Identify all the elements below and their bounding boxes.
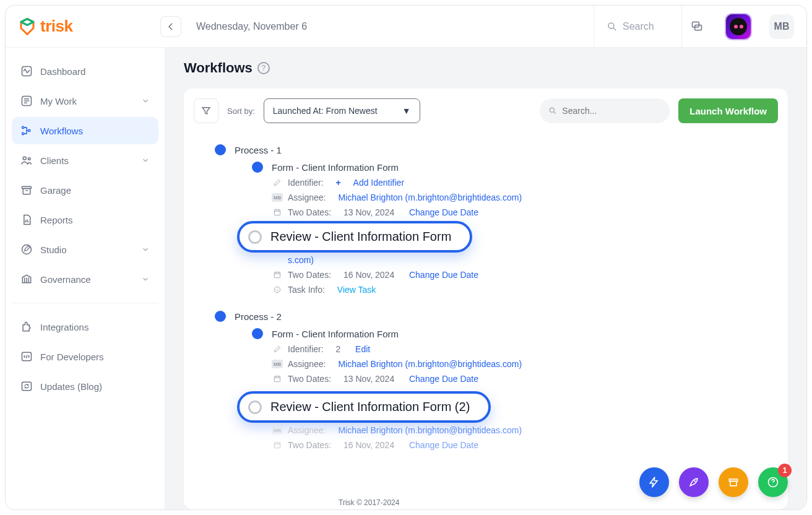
global-search-label: Search xyxy=(623,21,654,32)
brand-icon xyxy=(18,17,37,36)
chat-icon xyxy=(691,20,703,33)
review-title: Review - Client Information Form xyxy=(270,230,451,244)
brand-logo[interactable]: trisk xyxy=(18,17,142,36)
assignee-avatar: MB xyxy=(272,193,283,202)
dates-label: Two Dates: xyxy=(288,207,331,217)
list-search-input[interactable] xyxy=(562,106,661,116)
status-dot-pending xyxy=(248,400,262,414)
filter-button[interactable] xyxy=(194,98,218,123)
sidebar-item-label: Clients xyxy=(40,155,69,166)
sidebar-item-studio[interactable]: Studio xyxy=(12,236,158,263)
form-node[interactable]: Form - Client Information Form xyxy=(252,162,775,173)
pencil-icon xyxy=(20,243,33,256)
process-header[interactable]: Process - 1 xyxy=(215,144,775,155)
add-identifier-link[interactable]: Add Identifier xyxy=(353,178,405,188)
user-avatar[interactable]: MB xyxy=(769,14,794,39)
fab-help[interactable]: 1 xyxy=(758,467,788,497)
form-title: Form - Client Information Form xyxy=(272,162,399,173)
back-button[interactable] xyxy=(160,16,181,37)
sidebar-separator xyxy=(12,303,158,303)
sidebar-item-clients[interactable]: Clients xyxy=(12,147,158,174)
change-due-link[interactable]: Change Due Date xyxy=(409,207,478,217)
status-dot-active xyxy=(215,311,226,322)
identifier-label: Identifier: xyxy=(288,178,324,188)
fab-launch[interactable] xyxy=(679,467,709,497)
ai-assistant-button[interactable] xyxy=(726,14,751,39)
assignee-partial: s.com) xyxy=(288,255,314,265)
status-dot-active xyxy=(215,144,226,155)
sidebar-item-dashboard[interactable]: Dashboard xyxy=(12,58,158,85)
svg-point-6 xyxy=(22,132,24,134)
list-icon xyxy=(20,95,33,107)
messages-button[interactable] xyxy=(681,6,711,47)
launch-workflow-button[interactable]: Launch Workflow xyxy=(678,98,778,123)
help-button[interactable]: ? xyxy=(257,62,270,74)
notification-badge: 1 xyxy=(778,464,792,477)
dates-label: Two Dates: xyxy=(288,440,331,450)
fab-archive[interactable] xyxy=(719,467,748,497)
status-dot-pending xyxy=(248,230,262,244)
sidebar: Dashboard My Work Workflows Clients Gara… xyxy=(6,48,165,509)
view-task-link[interactable]: View Task xyxy=(337,285,376,295)
assignee-label: Assignee: xyxy=(288,359,326,369)
svg-rect-1 xyxy=(692,22,699,27)
global-search[interactable]: Search xyxy=(594,6,674,47)
process-title: Process - 1 xyxy=(235,145,282,155)
sidebar-item-label: Studio xyxy=(40,245,67,255)
sidebar-item-governance[interactable]: Governance xyxy=(12,266,158,293)
review-title: Review - Client Information Form (2) xyxy=(270,400,470,414)
assignee-link[interactable]: Michael Brighton (m.brighton@brightideas… xyxy=(338,425,522,435)
sidebar-item-garage[interactable]: Garage xyxy=(12,176,158,204)
calendar-icon xyxy=(272,441,283,449)
chevron-down-icon xyxy=(141,156,150,165)
calendar-icon xyxy=(272,270,283,279)
form-node[interactable]: Form - Client Information Form xyxy=(252,328,775,339)
sidebar-item-my-work[interactable]: My Work xyxy=(12,87,158,115)
users-icon xyxy=(20,154,33,167)
chevron-down-icon xyxy=(141,245,150,254)
chevron-left-icon xyxy=(166,22,175,31)
list-search[interactable] xyxy=(540,98,670,123)
archive-icon xyxy=(727,476,740,488)
sort-value: Launched At: From Newest xyxy=(273,106,378,116)
review-node-highlighted[interactable]: Review - Client Information Form (2) xyxy=(237,391,491,423)
fab-lightning[interactable] xyxy=(639,467,669,497)
sidebar-item-updates[interactable]: Updates (Blog) xyxy=(12,373,158,400)
svg-rect-19 xyxy=(274,376,280,382)
sidebar-item-workflows[interactable]: Workflows xyxy=(12,117,158,144)
svg-point-8 xyxy=(23,157,26,160)
assignee-label-faded: Assignee: xyxy=(288,425,326,435)
form-title: Form - Client Information Form xyxy=(272,329,399,339)
svg-point-15 xyxy=(550,108,555,112)
caret-down-icon: ▼ xyxy=(402,106,411,116)
filter-icon xyxy=(201,105,212,116)
assignee-avatar: MB xyxy=(272,426,283,435)
svg-point-12 xyxy=(22,245,32,254)
sidebar-item-integrations[interactable]: Integrations xyxy=(12,313,158,340)
identifier-value: 2 xyxy=(335,344,340,354)
page-title: Workflows xyxy=(184,60,253,76)
review-node-highlighted[interactable]: Review - Client Information Form xyxy=(237,221,472,253)
assignee-link[interactable]: Michael Brighton (m.brighton@brightideas… xyxy=(338,193,522,202)
sidebar-item-developers[interactable]: For Developers xyxy=(12,343,158,370)
change-due-link[interactable]: Change Due Date xyxy=(409,440,478,450)
edit-identifier-link[interactable]: Edit xyxy=(355,344,370,354)
workflow-icon xyxy=(20,124,33,137)
calendar-icon xyxy=(272,374,283,383)
sidebar-item-reports[interactable]: Reports xyxy=(12,206,158,233)
file-chart-icon xyxy=(20,214,33,226)
change-due-link[interactable]: Change Due Date xyxy=(409,374,478,384)
svg-rect-17 xyxy=(274,272,280,278)
svg-rect-16 xyxy=(274,210,280,215)
process-header[interactable]: Process - 2 xyxy=(215,311,775,322)
chevron-down-icon xyxy=(141,275,150,283)
refresh-icon xyxy=(20,380,33,392)
sort-dropdown[interactable]: Launched At: From Newest ▼ xyxy=(264,98,420,123)
assignee-link[interactable]: Michael Brighton (m.brighton@brightideas… xyxy=(338,359,522,369)
identifier-label: Identifier: xyxy=(288,344,324,354)
sort-label: Sort by: xyxy=(227,106,255,116)
date-value: 13 Nov, 2024 xyxy=(343,207,394,217)
svg-point-0 xyxy=(608,23,614,28)
sidebar-item-label: Governance xyxy=(40,274,91,285)
change-due-link[interactable]: Change Due Date xyxy=(409,270,478,280)
